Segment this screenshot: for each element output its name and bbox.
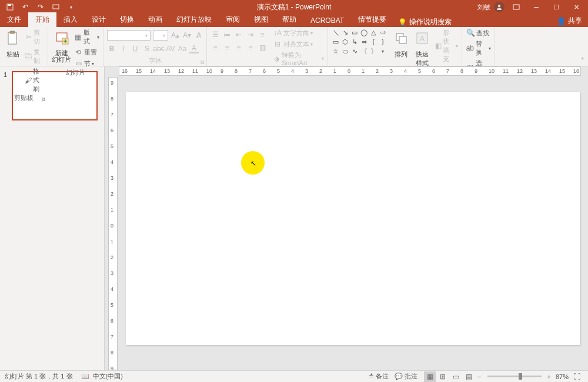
- section-button[interactable]: ▭节 ▾: [74, 59, 99, 68]
- tab-help[interactable]: 帮助: [275, 12, 303, 27]
- qat-dropdown-icon[interactable]: ▾: [67, 3, 75, 11]
- strikethrough-icon[interactable]: abc: [154, 44, 163, 53]
- shape-brace2-icon[interactable]: }: [379, 38, 387, 46]
- shape-rect2-icon[interactable]: ▭: [332, 38, 340, 46]
- tab-transitions[interactable]: 切换: [113, 12, 141, 27]
- tab-review[interactable]: 审阅: [219, 12, 247, 27]
- shapes-more-icon[interactable]: ▾: [379, 47, 387, 55]
- italic-icon[interactable]: I: [119, 44, 128, 53]
- tab-insert[interactable]: 插入: [56, 12, 85, 27]
- find-button[interactable]: 🔍查找: [466, 28, 491, 38]
- tab-storyboard[interactable]: 情节提要: [351, 12, 393, 27]
- shape-bracket2-icon[interactable]: 〕: [369, 47, 377, 55]
- shape-star-icon[interactable]: ☆: [332, 47, 340, 55]
- font-name-combobox[interactable]: ▾: [107, 30, 151, 41]
- line-spacing-icon[interactable]: ≡: [258, 30, 267, 39]
- tab-home[interactable]: 开始: [28, 12, 56, 27]
- shape-arrowlr-icon[interactable]: ⇔: [360, 38, 368, 46]
- slide-editor[interactable]: 1615141312111098765432101234567891011121…: [105, 66, 588, 370]
- shape-curve-icon[interactable]: ∿: [350, 47, 359, 55]
- notes-button[interactable]: ≛ 备注: [369, 372, 389, 381]
- shape-oval-icon[interactable]: ◯: [360, 28, 368, 36]
- shadow-icon[interactable]: S: [142, 44, 152, 53]
- new-slide-button[interactable]: [52, 28, 71, 48]
- columns-icon[interactable]: ▥: [258, 43, 267, 52]
- fit-to-window-icon[interactable]: ⛶: [571, 371, 583, 382]
- copy-button[interactable]: ⿻复制: [25, 48, 44, 65]
- zoom-out-icon[interactable]: −: [477, 373, 481, 380]
- align-left-icon[interactable]: ≡: [211, 43, 220, 52]
- redo-icon[interactable]: ↷: [36, 3, 45, 11]
- paste-button[interactable]: [4, 28, 22, 48]
- slide-counter[interactable]: 幻灯片 第 1 张，共 1 张: [5, 372, 73, 381]
- shape-callout-icon[interactable]: ⬭: [341, 47, 349, 55]
- tab-slideshow[interactable]: 幻灯片放映: [169, 12, 219, 27]
- shape-bracket-icon[interactable]: 〔: [360, 47, 368, 55]
- zoom-in-icon[interactable]: +: [547, 373, 551, 380]
- underline-icon[interactable]: U: [131, 44, 140, 53]
- collapse-ribbon-icon[interactable]: ˄: [581, 57, 584, 65]
- shape-hexagon-icon[interactable]: ⬡: [341, 38, 349, 46]
- char-spacing-icon[interactable]: AV: [166, 44, 175, 53]
- zoom-thumb[interactable]: [519, 373, 522, 380]
- tab-view[interactable]: 视图: [247, 12, 275, 27]
- shape-line-icon[interactable]: ＼: [332, 28, 340, 36]
- font-size-combobox[interactable]: ▾: [153, 30, 168, 41]
- shape-connector-icon[interactable]: ↳: [350, 38, 359, 46]
- tab-acrobat[interactable]: ACROBAT: [303, 14, 351, 27]
- tell-me[interactable]: 💡 操作说明搜索: [398, 17, 452, 27]
- change-case-icon[interactable]: Aa: [178, 44, 187, 53]
- replace-button[interactable]: ab替换 ▾: [466, 39, 491, 57]
- zoom-slider[interactable]: [487, 376, 542, 377]
- slide-panel[interactable]: 1: [0, 66, 105, 370]
- increase-indent-icon[interactable]: ⇥: [246, 30, 255, 39]
- font-color-icon[interactable]: A: [189, 44, 199, 53]
- tab-design[interactable]: 设计: [85, 12, 113, 27]
- dialog-launcher-icon[interactable]: ⧉: [201, 59, 204, 66]
- align-right-icon[interactable]: ≡: [234, 43, 243, 52]
- increase-font-icon[interactable]: A▴: [171, 31, 180, 40]
- reading-view-icon[interactable]: ▭: [450, 371, 462, 382]
- shapes-gallery[interactable]: ＼ ↘ ▭ ◯ △ ⇨ ▭ ⬡ ↳ ⇔ { } ☆ ⬭ ∿ 〔 〕 ▾: [332, 28, 387, 55]
- shape-arrow-icon[interactable]: ⇨: [379, 28, 387, 36]
- shape-brace-icon[interactable]: {: [369, 38, 377, 46]
- slideshow-icon[interactable]: [52, 3, 60, 11]
- language-label[interactable]: 中文(中国): [93, 372, 123, 381]
- shape-fill-button[interactable]: ◧形状填充 ▾: [435, 28, 458, 63]
- decrease-font-icon[interactable]: A▾: [182, 31, 192, 40]
- zoom-level[interactable]: 87%: [556, 373, 569, 380]
- justify-icon[interactable]: ≡: [246, 43, 255, 52]
- cut-button[interactable]: ✂剪切: [25, 28, 44, 46]
- text-direction-button[interactable]: ↕A文字方向 ▾: [273, 28, 324, 38]
- convert-smartart-button[interactable]: ⬗转换为 SmartArt ▾: [273, 51, 324, 66]
- normal-view-icon[interactable]: ▦: [424, 371, 436, 382]
- spellcheck-icon[interactable]: 📖: [81, 373, 89, 380]
- arrange-button[interactable]: [392, 28, 410, 48]
- format-painter-button[interactable]: 🖌格式刷: [25, 67, 44, 93]
- sorter-view-icon[interactable]: ⊞: [437, 371, 449, 382]
- clear-formatting-icon[interactable]: A̷: [194, 31, 203, 40]
- slide-canvas[interactable]: ↖: [126, 92, 580, 345]
- quick-styles-button[interactable]: A: [413, 28, 432, 48]
- shape-rectangle-icon[interactable]: ▭: [350, 28, 359, 36]
- reset-button[interactable]: ⟲重置: [74, 48, 99, 57]
- bullets-icon[interactable]: ☰: [211, 30, 220, 39]
- shape-triangle-icon[interactable]: △: [369, 28, 377, 36]
- tab-file[interactable]: 文件: [0, 12, 28, 27]
- avatar[interactable]: [494, 2, 505, 12]
- save-icon[interactable]: [6, 3, 14, 11]
- comments-button[interactable]: 💬 批注: [395, 372, 417, 381]
- align-center-icon[interactable]: ≡: [222, 43, 232, 52]
- align-text-button[interactable]: ⊟对齐文本 ▾: [273, 39, 324, 49]
- share-button[interactable]: 👤 共享: [557, 16, 582, 26]
- ribbon-display-icon[interactable]: [508, 0, 524, 14]
- minimize-icon[interactable]: ─: [528, 0, 544, 14]
- layout-button[interactable]: ▦版式 ▾: [74, 28, 99, 46]
- close-icon[interactable]: ✕: [568, 0, 584, 14]
- slideshow-view-icon[interactable]: ▤: [463, 371, 475, 382]
- maximize-icon[interactable]: ☐: [548, 0, 564, 14]
- shape-line-arrow-icon[interactable]: ↘: [341, 28, 349, 36]
- tab-animations[interactable]: 动画: [141, 12, 169, 27]
- dialog-launcher-icon[interactable]: ⧉: [42, 96, 45, 103]
- bold-icon[interactable]: B: [107, 44, 116, 53]
